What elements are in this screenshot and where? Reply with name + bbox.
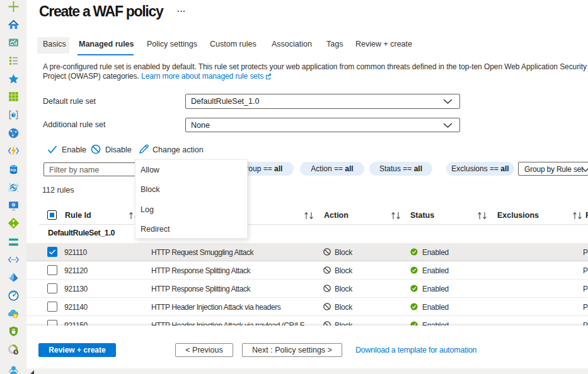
svg-text:SQL: SQL xyxy=(10,168,16,172)
